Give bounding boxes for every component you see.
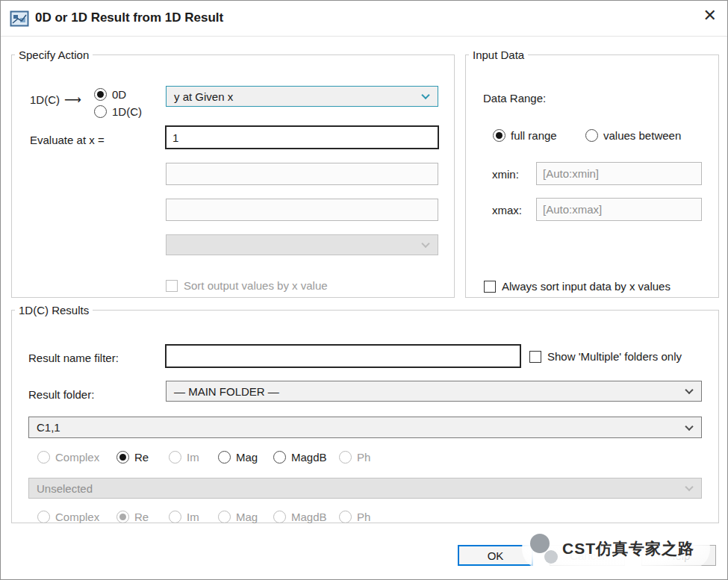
xmin-input — [536, 162, 702, 185]
chevron-down-icon — [421, 240, 429, 248]
radio-label: Re — [134, 511, 149, 523]
group-specify-action: Specify Action 1D(C) ⟶ 0D 1D(C) y at Giv… — [11, 49, 455, 298]
xmax-label: xmax: — [492, 204, 522, 216]
radio-label: Complex — [55, 451, 99, 464]
result-select-2-value: Unselected — [37, 482, 93, 495]
group-specify-action-legend: Specify Action — [15, 49, 93, 61]
close-icon[interactable]: ✕ — [703, 7, 717, 24]
radio-icon — [339, 511, 352, 523]
group-input-data: Input Data Data Range: full range values… — [465, 49, 719, 298]
xmax-input — [536, 198, 702, 221]
checkbox-icon — [529, 351, 541, 363]
radio-label: 0D — [112, 88, 126, 101]
radio-ph-1: Ph — [339, 451, 370, 464]
radio-mag-1[interactable]: Mag — [218, 451, 258, 464]
action-type-value: y at Given x — [174, 90, 233, 103]
radio-label: Im — [187, 451, 199, 464]
radio-complex-1: Complex — [37, 451, 99, 464]
xmin-label: xmin: — [492, 168, 519, 181]
radio-icon — [116, 511, 129, 523]
window-title: 0D or 1D Result from 1D Result — [35, 10, 223, 25]
radio-re-2: Re — [116, 511, 149, 523]
watermark: CST仿真专家之路 — [522, 528, 710, 570]
radio-label: MagdB — [291, 451, 327, 464]
radio-label: full range — [511, 129, 557, 142]
radio-output-0d[interactable]: 0D — [94, 88, 126, 101]
checkbox-icon — [484, 281, 496, 293]
result-select-2: Unselected — [28, 478, 702, 499]
radio-icon — [169, 451, 181, 464]
source-type-label: 1D(C) ⟶ — [30, 93, 81, 107]
radio-icon — [94, 88, 107, 101]
evaluate-at-label: Evaluate at x = — [30, 134, 105, 146]
radio-icon — [94, 105, 107, 118]
group-results: 1D(C) Results Result name filter: Show '… — [11, 304, 719, 523]
checkbox-icon — [166, 280, 178, 292]
radio-icon — [273, 511, 286, 523]
result-filter-input[interactable] — [165, 344, 521, 368]
radio-icon — [585, 129, 598, 142]
result-filter-label: Result name filter: — [28, 352, 119, 364]
radio-label: values between — [603, 129, 681, 142]
sort-output-checkbox: Sort output values by x value — [166, 279, 328, 292]
radio-label: MagdB — [291, 511, 327, 523]
radio-output-1dc[interactable]: 1D(C) — [94, 105, 142, 118]
result-select-1-value: C1,1 — [37, 421, 60, 434]
radio-icon — [116, 451, 129, 464]
group-results-legend: 1D(C) Results — [15, 304, 93, 316]
chevron-down-icon — [685, 386, 693, 394]
arrow-right-icon: ⟶ — [64, 93, 81, 107]
always-sort-checkbox[interactable]: Always sort input data by x values — [484, 280, 671, 293]
radio-mag-2: Mag — [218, 511, 258, 523]
radio-magdb-2: MagdB — [273, 511, 327, 523]
radio-icon — [218, 511, 231, 523]
checkbox-label: Always sort input data by x values — [502, 280, 671, 293]
action-type-select[interactable]: y at Given x — [166, 86, 438, 107]
result-folder-value: — MAIN FOLDER — — [174, 385, 279, 398]
radio-values-between[interactable]: values between — [585, 129, 681, 142]
radio-label: Im — [187, 511, 199, 523]
radio-re-1[interactable]: Re — [116, 451, 149, 464]
source-type-text: 1D(C) — [30, 93, 60, 106]
radio-magdb-1[interactable]: MagdB — [273, 451, 327, 464]
watermark-text: CST仿真专家之路 — [562, 538, 694, 559]
radio-label: Re — [134, 451, 149, 464]
extra-param-input-3 — [166, 199, 438, 221]
data-range-label: Data Range: — [483, 92, 546, 105]
watermark-logo-icon — [528, 531, 559, 566]
result-select-1[interactable]: C1,1 — [28, 417, 702, 438]
radio-im-2: Im — [169, 511, 199, 523]
radio-icon — [273, 451, 286, 464]
group-input-data-legend: Input Data — [469, 49, 528, 61]
show-multiple-checkbox[interactable]: Show 'Multiple' folders only — [529, 350, 682, 363]
chevron-down-icon — [421, 91, 429, 99]
title-bar: 0D or 1D Result from 1D Result ✕ — [1, 1, 728, 37]
radio-label: Mag — [236, 451, 258, 464]
radio-ph-2: Ph — [339, 511, 370, 523]
radio-full-range[interactable]: full range — [493, 129, 557, 142]
app-icon — [10, 9, 29, 28]
radio-label: Ph — [357, 451, 370, 464]
radio-icon — [493, 129, 505, 142]
extra-option-select — [166, 234, 438, 255]
radio-complex-2: Complex — [37, 511, 99, 523]
radio-label: Mag — [236, 511, 258, 523]
checkbox-label: Sort output values by x value — [184, 279, 328, 292]
radio-icon — [37, 451, 50, 464]
chevron-down-icon — [685, 483, 693, 491]
result-folder-select[interactable]: — MAIN FOLDER — — [166, 381, 702, 402]
result-folder-label: Result folder: — [28, 388, 94, 401]
radio-icon — [169, 511, 181, 523]
radio-icon — [37, 511, 50, 523]
radio-icon — [339, 451, 352, 464]
radio-im-1: Im — [169, 451, 199, 464]
radio-label: 1D(C) — [112, 105, 142, 118]
radio-label: Complex — [55, 511, 99, 523]
dialog-0d-1d-result: 0D or 1D Result from 1D Result ✕ Specify… — [0, 0, 728, 580]
radio-label: Ph — [357, 511, 370, 523]
chevron-down-icon — [685, 422, 693, 430]
evaluate-x-input[interactable] — [165, 125, 439, 149]
extra-param-input-2 — [166, 163, 438, 185]
radio-icon — [218, 451, 231, 464]
checkbox-label: Show 'Multiple' folders only — [547, 350, 682, 363]
